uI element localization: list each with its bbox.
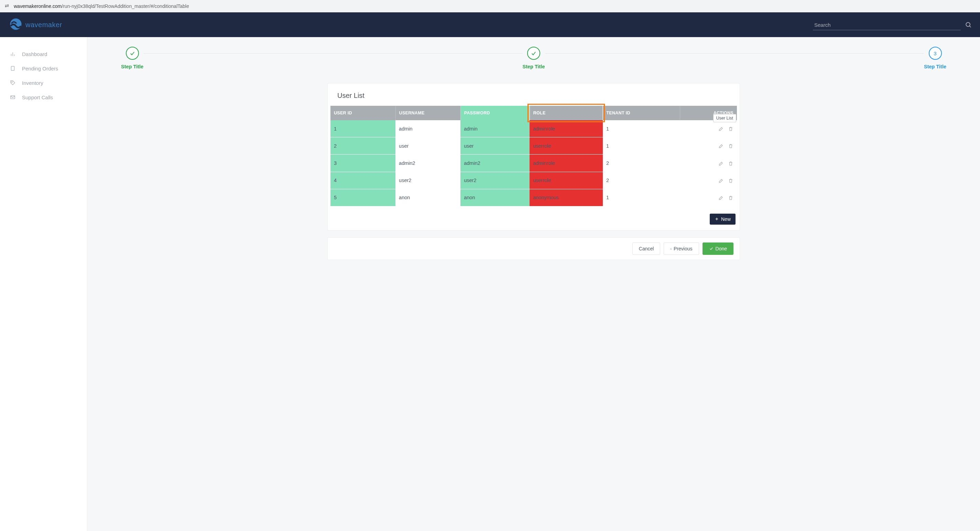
table-row[interactable]: 3admin2admin2adminrole2: [331, 155, 737, 172]
col-password[interactable]: PASSWORD: [460, 106, 530, 120]
sidebar-item-dashboard[interactable]: Dashboard: [0, 47, 87, 61]
cell-user-id: 2: [331, 137, 395, 155]
site-settings-icon[interactable]: [4, 3, 10, 9]
plus-icon: [714, 217, 719, 221]
svg-point-5: [966, 22, 970, 27]
step-label: Step Title: [924, 64, 946, 70]
previous-button[interactable]: ‹ Previous: [663, 243, 699, 255]
cell-role: userrole: [530, 172, 603, 189]
check-icon: [129, 50, 135, 56]
check-icon: [709, 246, 714, 251]
cell-tenant-id: 1: [603, 189, 680, 206]
step-connector: [545, 53, 924, 54]
svg-point-1: [8, 5, 9, 5]
user-list-card: User List User List USER ID USERNAME PAS…: [327, 83, 740, 230]
tooltip-user-list: User List: [713, 114, 736, 122]
cell-password: user: [460, 137, 530, 155]
cell-actions: [680, 189, 737, 206]
url-host: wavemakeronline.com: [14, 3, 62, 9]
cancel-label: Cancel: [639, 246, 654, 251]
cell-password: user2: [460, 172, 530, 189]
cell-tenant-id: 2: [603, 172, 680, 189]
new-button-label: New: [721, 216, 731, 222]
delete-icon[interactable]: [728, 126, 733, 132]
cell-username: user2: [395, 172, 460, 189]
cell-password: admin: [460, 120, 530, 137]
cell-user-id: 5: [331, 189, 395, 206]
edit-icon[interactable]: [718, 143, 724, 149]
wizard-footer: Cancel ‹ Previous Done: [327, 237, 740, 260]
url-text[interactable]: wavemakeronline.com/run-nyj0x38qld/TestR…: [14, 3, 189, 9]
cell-actions: [680, 120, 737, 137]
table-row[interactable]: 4user2user2userrole2: [331, 172, 737, 189]
document-icon: [10, 65, 16, 71]
step-label: Step Title: [121, 64, 143, 70]
done-label: Done: [716, 246, 727, 251]
cell-username: user: [395, 137, 460, 155]
cell-role: anonymous: [530, 189, 603, 206]
table-row[interactable]: 1adminadminadminrole1: [331, 120, 737, 137]
cell-user-id: 1: [331, 120, 395, 137]
edit-icon[interactable]: [718, 195, 724, 201]
col-role[interactable]: ROLE: [530, 106, 603, 120]
cell-actions: [680, 155, 737, 172]
table-header-row: USER ID USERNAME PASSWORD ROLE TENANT ID…: [331, 106, 737, 120]
url-path: /run-nyj0x38qld/TestRowAddition_master/#…: [62, 3, 189, 9]
svg-line-6: [970, 26, 971, 27]
col-tenant-id[interactable]: TENANT ID: [603, 106, 680, 120]
cell-role: userrole: [530, 137, 603, 155]
cell-username: admin2: [395, 155, 460, 172]
cell-password: admin2: [460, 155, 530, 172]
table-body: 1adminadminadminrole12useruseruserrole13…: [331, 120, 737, 206]
mail-icon: [10, 94, 16, 100]
brand-text: wavemaker: [25, 21, 62, 29]
edit-icon[interactable]: [718, 178, 724, 184]
table-row[interactable]: 5anonanonanonymous1: [331, 189, 737, 206]
main-content: Step Title Step Title 3 Step Title User …: [88, 37, 980, 531]
cell-role: adminrole: [530, 120, 603, 137]
delete-icon[interactable]: [728, 195, 733, 201]
col-username[interactable]: USERNAME: [395, 106, 460, 120]
step-1[interactable]: Step Title: [121, 47, 143, 70]
cell-password: anon: [460, 189, 530, 206]
new-button[interactable]: New: [710, 214, 735, 225]
step-3[interactable]: 3 Step Title: [924, 47, 946, 70]
done-button[interactable]: Done: [703, 243, 733, 255]
edit-icon[interactable]: [718, 126, 724, 132]
cell-tenant-id: 1: [603, 120, 680, 137]
edit-icon[interactable]: [718, 161, 724, 166]
sidebar-item-label: Inventory: [22, 80, 43, 86]
delete-icon[interactable]: [728, 178, 733, 184]
sidebar-item-pending-orders[interactable]: Pending Orders: [0, 61, 87, 76]
wizard-stepper: Step Title Step Title 3 Step Title: [121, 47, 946, 70]
sidebar: Dashboard Pending Orders Inventory Suppo…: [0, 37, 88, 531]
svg-point-3: [5, 6, 6, 7]
app-header: wavemaker: [0, 13, 980, 37]
delete-icon[interactable]: [728, 143, 733, 149]
svg-point-11: [12, 82, 13, 82]
cell-actions: [680, 137, 737, 155]
search-input[interactable]: [813, 19, 961, 30]
sidebar-item-label: Pending Orders: [22, 66, 58, 71]
user-table: USER ID USERNAME PASSWORD ROLE TENANT ID…: [331, 106, 737, 206]
sidebar-item-inventory[interactable]: Inventory: [0, 76, 87, 90]
cell-tenant-id: 1: [603, 137, 680, 155]
previous-label: Previous: [674, 246, 692, 251]
delete-icon[interactable]: [728, 161, 733, 166]
sidebar-item-label: Dashboard: [22, 51, 47, 57]
tag-icon: [10, 80, 16, 86]
cell-tenant-id: 2: [603, 155, 680, 172]
cell-user-id: 4: [331, 172, 395, 189]
search-icon[interactable]: [965, 21, 972, 28]
table-row[interactable]: 2useruseruserrole1: [331, 137, 737, 155]
svg-rect-10: [11, 66, 14, 70]
col-user-id[interactable]: USER ID: [331, 106, 395, 120]
brand-logo[interactable]: wavemaker: [8, 17, 62, 32]
step-label: Step Title: [523, 64, 545, 70]
card-title: User List: [328, 84, 740, 106]
wavemaker-icon: [8, 17, 23, 32]
sidebar-item-support-calls[interactable]: Support Calls: [0, 90, 87, 105]
step-connector: [143, 53, 523, 54]
step-2[interactable]: Step Title: [523, 47, 545, 70]
cancel-button[interactable]: Cancel: [632, 243, 660, 255]
